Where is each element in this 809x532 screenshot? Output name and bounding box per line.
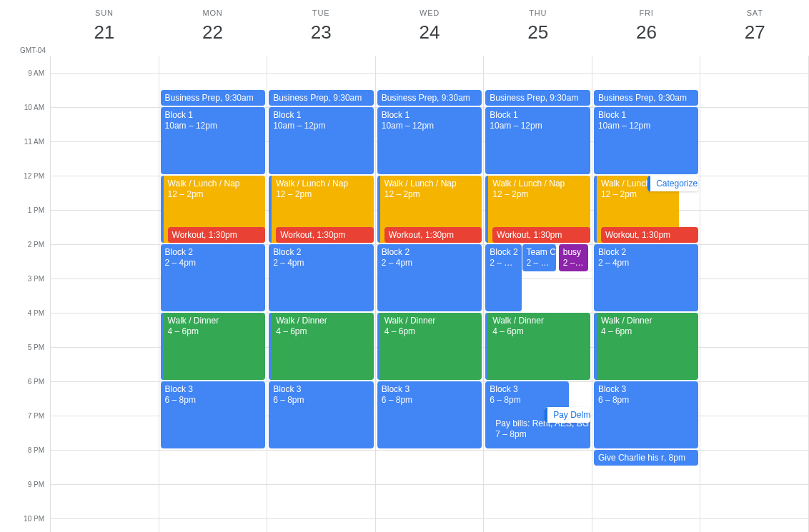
hour-label: 9 AM — [28, 69, 44, 77]
event-accent-bar — [594, 176, 597, 243]
day-header[interactable]: SUN21 — [50, 0, 159, 56]
calendar-event[interactable]: Block 22 – 4pm — [594, 244, 699, 311]
day-number[interactable]: 27 — [700, 21, 809, 44]
calendar-event[interactable]: Block 36 – 8pm — [594, 381, 699, 448]
event-title: Categorize — [652, 179, 698, 189]
day-header[interactable]: THU25 — [484, 0, 592, 56]
calendar-event[interactable]: Block 22 – 4pm — [377, 244, 482, 311]
day-column[interactable] — [700, 56, 809, 532]
event-time: 10am – 12pm — [382, 121, 478, 131]
event-time: 9:30am — [220, 93, 254, 103]
time-gutter: 9 AM10 AM11 AM12 PM1 PM2 PM3 PM4 PM5 PM6… — [0, 56, 50, 532]
calendar-event[interactable]: Workout1:30pm — [384, 227, 482, 243]
calendar-event[interactable]: Pay Delmar — [545, 407, 590, 423]
day-column[interactable]: Business Prep9:30amBlock 110am – 12pmWal… — [483, 56, 592, 532]
calendar-event[interactable]: Workout1:30pm — [601, 227, 699, 243]
calendar-event[interactable]: Business Prep9:30am — [485, 90, 590, 106]
event-title: Workout — [172, 230, 204, 240]
calendar-event[interactable]: Block 22 – 4pm — [269, 244, 374, 311]
event-time: 2 – 4pm — [598, 258, 695, 268]
event-time: 9:30am — [653, 93, 687, 103]
calendar-event[interactable]: Business Prep9:30am — [377, 90, 482, 106]
calendar-event[interactable]: Block 110am – 12pm — [594, 107, 699, 174]
day-number[interactable]: 21 — [50, 21, 159, 44]
day-number[interactable]: 22 — [159, 21, 267, 44]
calendar-event[interactable]: Walk / Dinner4 – 6pm — [594, 313, 699, 380]
calendar-event[interactable]: Walk / Dinner4 – 6pm — [269, 313, 374, 380]
hour-label: 10 PM — [24, 515, 44, 523]
event-accent-bar — [377, 176, 380, 243]
timezone-gutter: GMT-04 — [0, 0, 50, 56]
day-column[interactable]: Business Prep9:30amBlock 110am – 12pmWal… — [375, 56, 484, 532]
calendar-week-view: GMT-04 SUN21MON22TUE23WED24THU25FRI26SAT… — [0, 0, 809, 532]
day-header[interactable]: TUE23 — [267, 0, 375, 56]
event-title: Business Prep — [273, 93, 328, 103]
day-header[interactable]: MON22 — [159, 0, 267, 56]
event-time: 4 – 6pm — [492, 326, 586, 337]
event-time: 9:30am — [329, 93, 362, 103]
calendar-event[interactable]: Block 36 – 8pm — [161, 381, 266, 448]
calendar-event[interactable]: Business Prep9:30am — [269, 90, 374, 106]
calendar-event[interactable]: Block 22 – 4pm — [161, 244, 266, 311]
hour-label: 1 PM — [28, 206, 44, 214]
calendar-event[interactable]: Block 110am – 12pm — [161, 107, 266, 174]
event-title: Block 1 — [273, 110, 301, 120]
day-name: MON — [159, 9, 267, 17]
calendar-event[interactable]: Block 110am – 12pm — [377, 107, 482, 174]
event-time: 1:30pm — [529, 230, 562, 240]
event-title: Walk / Lunch / Nap — [168, 179, 240, 189]
calendar-event[interactable]: Block 110am – 12pm — [269, 107, 374, 174]
event-title: Block 2 — [165, 247, 193, 257]
calendar-event[interactable]: Block 110am – 12pm — [485, 107, 590, 174]
hour-label: 9 PM — [28, 481, 44, 488]
event-time: 2 – 2:5 — [527, 258, 552, 268]
calendar-event[interactable]: Workout1:30pm — [168, 227, 266, 243]
event-title: Walk / Dinner — [276, 316, 327, 326]
calendar-event[interactable]: Business Prep9:30am — [594, 90, 699, 106]
event-time: 9:30am — [545, 93, 579, 103]
hour-label: 11 AM — [24, 138, 44, 146]
calendar-body: 9 AM10 AM11 AM12 PM1 PM2 PM3 PM4 PM5 PM6… — [0, 56, 809, 532]
timezone-label: GMT-04 — [20, 46, 46, 54]
calendar-event[interactable]: Block 22 – 4pm — [485, 244, 521, 311]
day-number[interactable]: 25 — [484, 21, 592, 44]
calendar-event[interactable]: Give Charlie his r8pm — [594, 450, 699, 466]
event-accent-bar — [161, 176, 164, 243]
day-column[interactable]: Business Prep9:30amBlock 110am – 12pmWal… — [267, 56, 375, 532]
event-title: Block 2 — [273, 247, 301, 257]
event-time: 4 – 6pm — [384, 326, 478, 337]
day-header[interactable]: FRI26 — [592, 0, 701, 56]
day-header[interactable]: SAT27 — [700, 0, 809, 56]
calendar-event[interactable]: Block 36 – 8pm — [269, 381, 374, 448]
calendar-event[interactable]: Walk / Dinner4 – 6pm — [377, 313, 482, 380]
calendar-event[interactable]: Business Prep9:30am — [161, 90, 266, 106]
event-time: 2 – 4pm — [382, 258, 478, 268]
day-number[interactable]: 24 — [375, 21, 484, 44]
hour-label: 10 AM — [24, 104, 44, 111]
day-column[interactable]: Business Prep9:30amBlock 110am – 12pmWal… — [592, 56, 700, 532]
day-number[interactable]: 26 — [592, 21, 701, 44]
event-title: Walk / Dinner — [601, 316, 652, 326]
calendar-event[interactable]: Categorize — [647, 176, 698, 191]
event-time: 7 – 8pm — [495, 429, 586, 440]
event-title: Business Prep — [382, 93, 437, 103]
day-column[interactable] — [50, 56, 159, 532]
event-title: Walk / Lunch / Nap — [276, 179, 348, 189]
day-column[interactable]: Business Prep9:30amBlock 110am – 12pmWal… — [159, 56, 267, 532]
calendar-event[interactable]: busy2 – 2:5 — [559, 244, 588, 271]
event-title: Team C — [527, 247, 556, 257]
calendar-event[interactable]: Team C2 – 2:5 — [522, 244, 556, 271]
event-time: 12 – 2pm — [168, 189, 262, 200]
calendar-event[interactable]: Walk / Dinner4 – 6pm — [485, 313, 590, 380]
day-name: WED — [375, 9, 484, 17]
day-number[interactable]: 23 — [267, 21, 375, 44]
day-header[interactable]: WED24 — [375, 0, 484, 56]
calendar-event[interactable]: Workout1:30pm — [492, 227, 590, 243]
calendar-event[interactable]: Walk / Dinner4 – 6pm — [161, 313, 266, 380]
calendar-event[interactable]: Block 36 – 8pm — [377, 381, 482, 448]
day-columns: Business Prep9:30amBlock 110am – 12pmWal… — [50, 56, 809, 532]
event-time: 2 – 4pm — [273, 258, 369, 268]
event-time: 12 – 2pm — [384, 189, 478, 200]
calendar-event[interactable]: Workout1:30pm — [276, 227, 374, 243]
event-title: Block 1 — [490, 110, 517, 120]
